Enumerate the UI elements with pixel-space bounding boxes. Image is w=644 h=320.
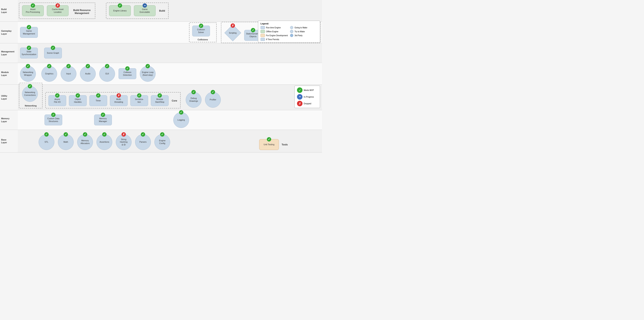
status-dropped-label: Dropped [304, 102, 311, 105]
memory-alloc-badge: ✓ [83, 132, 87, 137]
custom-data-wrapper: ✓ Custom DataStructures [44, 115, 62, 125]
string-hashing-badge: ✗ [122, 132, 126, 137]
collision-detection-wrapper: ✓ CollisionDetection [118, 68, 136, 79]
legend-engine-dev-swatch [260, 34, 265, 37]
math-node[interactable]: Math [58, 134, 74, 150]
scene-graph-wrapper: ✓ Scene Graph [44, 48, 62, 58]
status-legend: ✓ Meets MVP ••• In-Progress ✗ Dropped [294, 86, 320, 108]
legend-engine-dev: For Engine Development [260, 34, 288, 37]
legend-runtime: Run-time Engine [260, 26, 288, 29]
collision-detection-badge: ✓ [125, 66, 130, 71]
networking-group-label: Networking [25, 104, 37, 107]
legend-try-swatch [290, 30, 293, 33]
rows-container: ✓ AssetPre-Processing ✗ Cache AssetLocat… [18, 0, 322, 153]
legend-going-to-make: Going to Make [290, 26, 318, 29]
multi-threading-badge: ✗ [116, 93, 121, 98]
diagram-container: BuildLayer GameplayLayer ManagementLayer… [0, 0, 322, 153]
label-memory: MemoryLayer [0, 110, 18, 130]
stl-wrapper: ✓ STL [38, 134, 54, 150]
cache-asset-wrapper: ✗ Cache AssetLocation [47, 5, 68, 16]
collisions-label: Collisions [198, 38, 208, 41]
legend-offline: Offline Engine [260, 30, 288, 33]
gui-node[interactable]: GUI [99, 66, 115, 82]
scripting-wrapper: ✗ Scripting [225, 25, 241, 41]
networking-wrapper-badge: ✓ [26, 64, 30, 68]
logging-wrapper: ✓ Logging [173, 112, 189, 128]
memory-alloc-node[interactable]: MemoryAllocators [77, 134, 93, 150]
logging-node[interactable]: Logging [173, 112, 189, 128]
logging-badge: ✓ [179, 110, 183, 115]
stl-badge: ✓ [44, 132, 49, 137]
legend-runtime-swatch [260, 26, 265, 29]
timer-badge: ✓ [96, 93, 100, 98]
status-mvp-icon: ✓ [297, 87, 302, 93]
collision-solver-badge: ✓ [199, 24, 203, 28]
input-wrapper: ✓ Input [61, 66, 76, 82]
serialization-badge: ✓ [137, 93, 142, 98]
networking-group: Networking ✓ NetworkingConnections [19, 83, 42, 108]
parsers-node[interactable]: Parsers [135, 134, 151, 150]
memory-manager-badge: ✓ [101, 113, 105, 117]
legend-title: Legend: [260, 22, 318, 25]
debug-drawings-node[interactable]: DebugDrawings [186, 92, 202, 108]
label-module: ModuleLayer [0, 63, 18, 85]
legend-if-time-label: If Time Permits [266, 38, 279, 40]
engine-loop-badge: ✓ [146, 64, 150, 68]
legend-3rdparty-label: 3rd Party [294, 34, 302, 37]
status-mvp-label: Meets MVP [304, 89, 314, 91]
label-management: ManagementLayer [0, 43, 18, 63]
engine-config-wrapper: ✓ Engine Config [154, 134, 170, 150]
networking-wrapper-node[interactable]: NetworkingWrapper [20, 66, 36, 82]
status-inprogress-label: In-Progress [304, 96, 314, 98]
multi-threading-wrapper: ✗ Multi-threading [110, 95, 128, 106]
module-start-stop-wrapper: ✓ ModuleStart/Stop [151, 95, 168, 106]
string-hashing-node[interactable]: StringHashing& ID [116, 134, 132, 150]
tools-label: Tools [282, 143, 288, 146]
engine-loop-wrapper: ✓ Engine Loop(fixed step) [140, 66, 156, 82]
state-sync-badge: ✓ [27, 46, 31, 50]
engine-config-node[interactable]: Engine Config [154, 134, 170, 150]
engine-library-badge: ✓ [118, 3, 122, 8]
game-executable-wrapper: ••• GameExecutable [134, 5, 156, 16]
module-start-stop-badge: ✓ [158, 93, 162, 98]
timer-wrapper: ✓ Timer [90, 95, 107, 106]
async-fileio-badge: ✓ [55, 93, 60, 98]
profiler-badge: ✓ [211, 90, 215, 94]
parsers-wrapper: ✓ Parsers [135, 134, 151, 150]
audio-node[interactable]: Audio [80, 66, 96, 82]
legend-try-to-make: Try to Make [290, 30, 318, 33]
game-executable-badge: ••• [142, 3, 147, 8]
tools-section: ✓ Unit Testing Tools [258, 138, 289, 151]
object-handles-badge: ✓ [76, 93, 80, 98]
label-build: BuildLayer [0, 0, 18, 22]
legend-if-time: If Time Permits [260, 38, 318, 41]
management-row: ✓ StateSynchronization ✓ Scene Graph [18, 43, 322, 63]
async-fileio-wrapper: ✓ AsyncFile I/O [48, 95, 66, 106]
engine-loop-node[interactable]: Engine Loop(fixed step) [140, 66, 156, 82]
legend-3rdparty-swatch [290, 34, 293, 37]
legend-try-label: Try to Make [294, 30, 305, 33]
engine-config-badge: ✓ [160, 132, 164, 137]
status-dropped-icon: ✗ [297, 101, 302, 106]
assertions-badge: ✓ [102, 132, 106, 137]
layer-labels: BuildLayer GameplayLayer ManagementLayer… [0, 0, 18, 153]
assertions-node[interactable]: Assertions [96, 134, 112, 150]
build-group-2: ✓ Engine Library ••• GameExecutable Buil… [106, 2, 168, 19]
input-node[interactable]: Input [61, 66, 76, 82]
stl-node[interactable]: STL [38, 134, 54, 150]
graphics-wrapper: ✓ Graphics [41, 66, 57, 82]
graphics-node[interactable]: Graphics [41, 66, 57, 82]
legend-3rdparty: 3rd Party [290, 34, 318, 37]
module-row: ✓ NetworkingWrapper ✓ Graphics ✓ Input ✓… [18, 63, 322, 85]
profiler-node[interactable]: Profiler [205, 92, 221, 108]
networking-wrapper-wrapper: ✓ NetworkingWrapper [20, 66, 36, 82]
serialization-wrapper: ✓ Serializa-tion [130, 95, 148, 106]
audio-wrapper: ✓ Audio [80, 66, 96, 82]
asset-preprocessing-wrapper: ✓ AssetPre-Processing [22, 5, 44, 16]
math-wrapper: ✓ Math [58, 134, 74, 150]
legend-grid: Run-time Engine Going to Make Offline En… [260, 26, 318, 41]
legend-engine-dev-label: For Engine Development [266, 34, 288, 37]
build-label: Build [159, 9, 165, 12]
legend-offline-label: Offline Engine [266, 30, 278, 33]
networking-connections-node[interactable]: NetworkingConnections [22, 86, 38, 102]
